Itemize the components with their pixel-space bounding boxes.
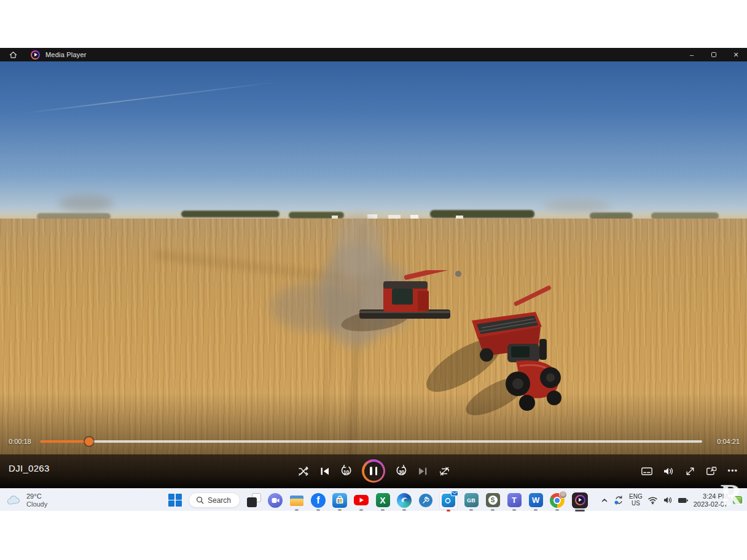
- pause-button[interactable]: [362, 459, 385, 483]
- taskbar-app-facebook[interactable]: f: [310, 492, 326, 508]
- seek-bar[interactable]: [41, 440, 702, 443]
- mini-player-button[interactable]: [703, 463, 719, 479]
- facebook-icon: f: [311, 493, 326, 508]
- taskbar-app-file-explorer[interactable]: [289, 492, 305, 508]
- minimize-button[interactable]: –: [681, 48, 703, 61]
- active-app-indicator: [575, 510, 585, 511]
- window-title: Media Player: [45, 51, 87, 58]
- battery-icon: [678, 496, 689, 505]
- gb-app-icon: GB: [464, 493, 479, 507]
- clock[interactable]: 3:24 PM 2023-02-07: [694, 492, 728, 508]
- seek-thumb[interactable]: [85, 437, 93, 446]
- taskbar-app-excel[interactable]: X: [375, 492, 391, 508]
- task-view-button[interactable]: [246, 492, 262, 508]
- taskbar-app-chrome[interactable]: [549, 492, 565, 508]
- running-indicator: [316, 509, 320, 511]
- subtitles-icon: [641, 465, 653, 477]
- running-indicator: [295, 509, 299, 511]
- youtube-icon: [354, 495, 369, 505]
- sync-icon: [614, 495, 624, 505]
- subtitles-button[interactable]: [639, 463, 655, 479]
- elapsed-time: 0:00:18: [9, 438, 41, 445]
- video-surface[interactable]: 0:00:18 0:04:21 DJI_0263: [0, 61, 747, 488]
- language-indicator[interactable]: ENG US: [629, 494, 643, 507]
- mini-player-icon: [705, 465, 718, 477]
- tray-volume-button[interactable]: [663, 496, 673, 505]
- seek-fill: [41, 440, 89, 443]
- fullscreen-button[interactable]: [682, 463, 698, 479]
- running-indicator: [338, 509, 342, 511]
- combine-harvester: [359, 270, 461, 319]
- tray-date: 2023-02-07: [694, 500, 728, 508]
- weather-temperature: 29°C: [26, 492, 47, 500]
- taskbar-app-outlook[interactable]: [439, 491, 458, 510]
- seek-row: 0:00:18 0:04:21: [0, 435, 747, 448]
- pause-icon: [370, 467, 377, 475]
- repeat-off-button[interactable]: [436, 463, 452, 479]
- previous-button[interactable]: [316, 463, 332, 479]
- repeat-off-icon: [439, 465, 450, 477]
- rewind-10-button[interactable]: 10: [338, 463, 354, 479]
- wrench-icon: [419, 494, 432, 507]
- start-button[interactable]: [167, 492, 183, 508]
- previous-icon: [319, 465, 330, 477]
- media-player-icon: [572, 492, 588, 508]
- taskbar-app-media-player[interactable]: [571, 491, 589, 510]
- taskbar-app-teams[interactable]: T: [506, 492, 522, 508]
- volume-button[interactable]: [660, 463, 676, 479]
- forward-30-button[interactable]: 30: [393, 463, 409, 479]
- speaker-icon: [663, 496, 673, 505]
- rewind-10-icon: 10: [340, 465, 353, 478]
- running-indicator: [534, 509, 538, 511]
- running-indicator: [512, 509, 516, 511]
- next-button[interactable]: [415, 463, 431, 479]
- treeline: [430, 210, 534, 218]
- taskbar-app-s[interactable]: S: [485, 492, 501, 508]
- taskbar-app-tools[interactable]: [418, 492, 434, 508]
- tray-app-icon[interactable]: [733, 496, 742, 504]
- weather-condition: Cloudy: [26, 500, 47, 508]
- distant-smoke: [58, 195, 114, 211]
- chat-icon: [268, 493, 283, 508]
- wifi-button[interactable]: [647, 496, 658, 505]
- restore-icon: [711, 52, 716, 57]
- more-options-button[interactable]: •••: [725, 463, 741, 479]
- restore-button[interactable]: [703, 48, 725, 61]
- taskbar: 29°C Cloudy Search: [0, 488, 747, 511]
- microsoft-store-icon: [332, 493, 347, 508]
- running-indicator: [469, 509, 473, 511]
- next-icon: [417, 465, 429, 477]
- tray-time: 3:24 PM: [694, 492, 728, 500]
- tray-overflow-button[interactable]: [600, 496, 609, 505]
- rewind-seconds-label: 10: [343, 469, 350, 475]
- battery-button[interactable]: [678, 496, 689, 505]
- taskbar-app-chat[interactable]: [267, 492, 283, 508]
- teams-icon: T: [507, 493, 522, 507]
- home-button[interactable]: [2, 48, 23, 61]
- shuffle-off-icon: [297, 465, 309, 477]
- now-playing-title: DJI_0263: [9, 463, 50, 473]
- taskbar-app-word[interactable]: W: [528, 492, 544, 508]
- home-icon: [9, 50, 18, 60]
- media-player-app-icon: [31, 50, 40, 60]
- taskbar-app-edge[interactable]: [396, 492, 412, 508]
- tray-sync-button[interactable]: [614, 495, 624, 505]
- more-icon: •••: [727, 467, 738, 475]
- weather-widget[interactable]: 29°C Cloudy: [6, 489, 47, 511]
- search-box[interactable]: Search: [189, 492, 240, 508]
- close-button[interactable]: ✕: [725, 48, 747, 61]
- chrome-profile-avatar: [559, 491, 567, 499]
- taskbar-app-gb[interactable]: GB: [463, 492, 479, 508]
- forward-seconds-label: 30: [399, 469, 405, 475]
- duration-time: 0:04:21: [708, 438, 740, 445]
- windows-logo-icon: [168, 494, 182, 507]
- volume-icon: [662, 465, 675, 477]
- s-app-icon: S: [486, 493, 500, 507]
- outlook-icon: [442, 494, 455, 507]
- shuffle-off-button[interactable]: [295, 463, 311, 479]
- edge-icon: [397, 493, 412, 508]
- running-indicator: [447, 510, 450, 511]
- taskbar-app-microsoft-store[interactable]: [332, 492, 348, 508]
- taskbar-app-youtube[interactable]: [353, 492, 369, 508]
- fullscreen-icon: [684, 465, 696, 477]
